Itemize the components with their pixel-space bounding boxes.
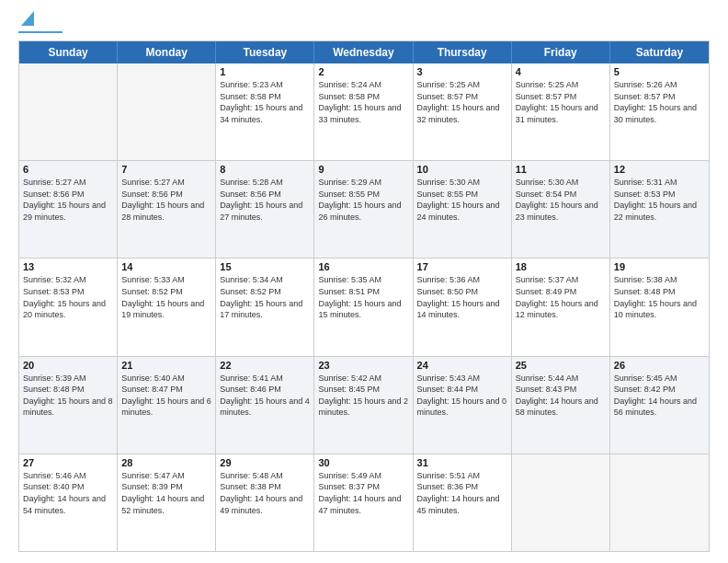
day-cell-17: 17Sunrise: 5:36 AMSunset: 8:50 PMDayligh… <box>414 259 512 355</box>
cell-info: Sunrise: 5:48 AMSunset: 8:38 PMDaylight:… <box>220 470 310 516</box>
day-cell-4: 4Sunrise: 5:25 AMSunset: 8:57 PMDaylight… <box>512 63 610 160</box>
empty-cell <box>118 63 216 160</box>
cell-info: Sunrise: 5:32 AMSunset: 8:53 PMDaylight:… <box>23 274 113 320</box>
day-cell-8: 8Sunrise: 5:28 AMSunset: 8:56 PMDaylight… <box>216 161 314 258</box>
cell-info: Sunrise: 5:38 AMSunset: 8:48 PMDaylight:… <box>614 274 705 320</box>
day-cell-28: 28Sunrise: 5:47 AMSunset: 8:39 PMDayligh… <box>118 454 216 551</box>
day-cell-21: 21Sunrise: 5:40 AMSunset: 8:47 PMDayligh… <box>118 357 216 454</box>
day-number: 12 <box>614 164 705 175</box>
day-cell-15: 15Sunrise: 5:34 AMSunset: 8:52 PMDayligh… <box>216 259 314 355</box>
day-cell-7: 7Sunrise: 5:27 AMSunset: 8:56 PMDaylight… <box>118 161 216 258</box>
day-number: 20 <box>23 360 113 371</box>
day-cell-12: 12Sunrise: 5:31 AMSunset: 8:53 PMDayligh… <box>610 161 709 258</box>
cell-info: Sunrise: 5:36 AMSunset: 8:50 PMDaylight:… <box>417 274 507 320</box>
day-cell-3: 3Sunrise: 5:25 AMSunset: 8:57 PMDaylight… <box>414 63 512 160</box>
day-cell-18: 18Sunrise: 5:37 AMSunset: 8:49 PMDayligh… <box>512 259 610 355</box>
cell-info: Sunrise: 5:43 AMSunset: 8:44 PMDaylight:… <box>417 373 507 419</box>
cell-info: Sunrise: 5:28 AMSunset: 8:56 PMDaylight:… <box>220 177 310 223</box>
week-row-2: 6Sunrise: 5:27 AMSunset: 8:56 PMDaylight… <box>19 160 709 258</box>
day-cell-10: 10Sunrise: 5:30 AMSunset: 8:55 PMDayligh… <box>414 161 512 258</box>
day-number: 30 <box>318 457 408 468</box>
day-cell-26: 26Sunrise: 5:45 AMSunset: 8:42 PMDayligh… <box>610 357 709 454</box>
cell-info: Sunrise: 5:31 AMSunset: 8:53 PMDaylight:… <box>614 177 705 223</box>
day-cell-16: 16Sunrise: 5:35 AMSunset: 8:51 PMDayligh… <box>314 259 413 355</box>
day-cell-11: 11Sunrise: 5:30 AMSunset: 8:54 PMDayligh… <box>512 161 610 258</box>
day-number: 23 <box>318 360 408 371</box>
day-number: 22 <box>220 360 310 371</box>
day-cell-13: 13Sunrise: 5:32 AMSunset: 8:53 PMDayligh… <box>19 259 118 355</box>
empty-cell <box>610 454 709 551</box>
cell-info: Sunrise: 5:45 AMSunset: 8:42 PMDaylight:… <box>614 373 705 419</box>
day-number: 14 <box>121 261 211 272</box>
day-cell-6: 6Sunrise: 5:27 AMSunset: 8:56 PMDaylight… <box>19 161 118 258</box>
day-number: 15 <box>220 261 310 272</box>
day-cell-27: 27Sunrise: 5:46 AMSunset: 8:40 PMDayligh… <box>19 454 118 551</box>
day-cell-9: 9Sunrise: 5:29 AMSunset: 8:55 PMDaylight… <box>314 161 413 258</box>
calendar-body: 1Sunrise: 5:23 AMSunset: 8:58 PMDaylight… <box>19 63 709 551</box>
day-cell-20: 20Sunrise: 5:39 AMSunset: 8:48 PMDayligh… <box>19 357 118 454</box>
day-cell-1: 1Sunrise: 5:23 AMSunset: 8:58 PMDaylight… <box>216 63 314 160</box>
day-cell-29: 29Sunrise: 5:48 AMSunset: 8:38 PMDayligh… <box>216 454 314 551</box>
day-number: 16 <box>318 261 408 272</box>
cell-info: Sunrise: 5:46 AMSunset: 8:40 PMDaylight:… <box>23 470 113 516</box>
day-cell-14: 14Sunrise: 5:33 AMSunset: 8:52 PMDayligh… <box>118 259 216 355</box>
day-cell-31: 31Sunrise: 5:51 AMSunset: 8:36 PMDayligh… <box>414 454 512 551</box>
day-cell-30: 30Sunrise: 5:49 AMSunset: 8:37 PMDayligh… <box>314 454 413 551</box>
day-number: 10 <box>417 164 507 175</box>
header-day-monday: Monday <box>118 41 216 63</box>
cell-info: Sunrise: 5:25 AMSunset: 8:57 PMDaylight:… <box>516 79 606 125</box>
cell-info: Sunrise: 5:40 AMSunset: 8:47 PMDaylight:… <box>121 373 211 419</box>
day-number: 7 <box>121 164 211 175</box>
cell-info: Sunrise: 5:27 AMSunset: 8:56 PMDaylight:… <box>23 177 113 223</box>
cell-info: Sunrise: 5:44 AMSunset: 8:43 PMDaylight:… <box>516 373 606 419</box>
cell-info: Sunrise: 5:29 AMSunset: 8:55 PMDaylight:… <box>318 177 408 223</box>
svg-marker-0 <box>21 11 34 26</box>
day-cell-25: 25Sunrise: 5:44 AMSunset: 8:43 PMDayligh… <box>512 357 610 454</box>
cell-info: Sunrise: 5:41 AMSunset: 8:46 PMDaylight:… <box>220 373 310 419</box>
cell-info: Sunrise: 5:42 AMSunset: 8:45 PMDaylight:… <box>318 373 408 419</box>
cell-info: Sunrise: 5:47 AMSunset: 8:39 PMDaylight:… <box>121 470 211 516</box>
day-number: 26 <box>614 360 705 371</box>
header-day-saturday: Saturday <box>610 41 709 63</box>
cell-info: Sunrise: 5:30 AMSunset: 8:54 PMDaylight:… <box>516 177 606 223</box>
day-cell-22: 22Sunrise: 5:41 AMSunset: 8:46 PMDayligh… <box>216 357 314 454</box>
calendar-header: SundayMondayTuesdayWednesdayThursdayFrid… <box>19 41 709 63</box>
cell-info: Sunrise: 5:34 AMSunset: 8:52 PMDaylight:… <box>220 274 310 320</box>
header-day-sunday: Sunday <box>19 41 118 63</box>
cell-info: Sunrise: 5:39 AMSunset: 8:48 PMDaylight:… <box>23 373 113 419</box>
cell-info: Sunrise: 5:37 AMSunset: 8:49 PMDaylight:… <box>516 274 606 320</box>
calendar: SundayMondayTuesdayWednesdayThursdayFrid… <box>18 40 710 552</box>
cell-info: Sunrise: 5:25 AMSunset: 8:57 PMDaylight:… <box>417 79 507 125</box>
day-number: 9 <box>318 164 408 175</box>
day-number: 8 <box>220 164 310 175</box>
week-row-4: 20Sunrise: 5:39 AMSunset: 8:48 PMDayligh… <box>19 356 709 454</box>
week-row-5: 27Sunrise: 5:46 AMSunset: 8:40 PMDayligh… <box>19 454 709 551</box>
day-cell-19: 19Sunrise: 5:38 AMSunset: 8:48 PMDayligh… <box>610 259 709 355</box>
day-cell-2: 2Sunrise: 5:24 AMSunset: 8:58 PMDaylight… <box>314 63 413 160</box>
header-day-friday: Friday <box>512 41 610 63</box>
cell-info: Sunrise: 5:30 AMSunset: 8:55 PMDaylight:… <box>417 177 507 223</box>
day-number: 6 <box>23 164 113 175</box>
day-number: 21 <box>121 360 211 371</box>
day-number: 2 <box>318 66 408 77</box>
day-number: 11 <box>516 164 606 175</box>
cell-info: Sunrise: 5:23 AMSunset: 8:58 PMDaylight:… <box>220 79 310 125</box>
cell-info: Sunrise: 5:24 AMSunset: 8:58 PMDaylight:… <box>318 79 408 125</box>
day-cell-23: 23Sunrise: 5:42 AMSunset: 8:45 PMDayligh… <box>314 357 413 454</box>
day-number: 24 <box>417 360 507 371</box>
cell-info: Sunrise: 5:51 AMSunset: 8:36 PMDaylight:… <box>417 470 507 516</box>
cell-info: Sunrise: 5:33 AMSunset: 8:52 PMDaylight:… <box>121 274 211 320</box>
day-number: 27 <box>23 457 113 468</box>
day-cell-24: 24Sunrise: 5:43 AMSunset: 8:44 PMDayligh… <box>414 357 512 454</box>
week-row-1: 1Sunrise: 5:23 AMSunset: 8:58 PMDaylight… <box>19 63 709 160</box>
cell-info: Sunrise: 5:26 AMSunset: 8:57 PMDaylight:… <box>614 79 705 125</box>
day-number: 1 <box>220 66 310 77</box>
empty-cell <box>19 63 118 160</box>
day-number: 31 <box>417 457 507 468</box>
week-row-3: 13Sunrise: 5:32 AMSunset: 8:53 PMDayligh… <box>19 258 709 355</box>
day-number: 18 <box>516 261 606 272</box>
cell-info: Sunrise: 5:49 AMSunset: 8:37 PMDaylight:… <box>318 470 408 516</box>
day-number: 3 <box>417 66 507 77</box>
header <box>18 15 710 33</box>
day-number: 29 <box>220 457 310 468</box>
